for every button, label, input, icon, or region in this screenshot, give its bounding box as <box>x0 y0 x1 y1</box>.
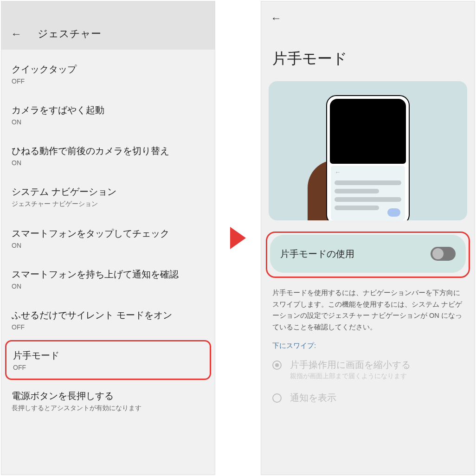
list-item[interactable]: 電源ボタンを長押しする 長押しするとアシスタントが有効になります <box>1 380 215 422</box>
list-item[interactable]: カメラをすばやく起動 ON <box>1 94 215 135</box>
item-title: ふせるだけでサイレント モードをオン <box>12 309 205 322</box>
list-item[interactable]: クイックタップ OFF <box>1 53 215 94</box>
item-title: 電源ボタンを長押しする <box>12 389 205 402</box>
one-hand-toggle-highlight: 片手モードの使用 <box>266 232 470 278</box>
list-item[interactable]: スマートフォンを持ち上げて通知を確認 ON <box>1 258 215 299</box>
item-title: クイックタップ <box>12 63 205 76</box>
app-bar: ← ジェスチャー <box>1 18 215 50</box>
option-title: 通知を表示 <box>290 392 336 404</box>
item-title: スマートフォンをタップしてチェック <box>12 227 205 240</box>
page-title: ジェスチャー <box>38 27 101 41</box>
item-title: スマートフォンを持ち上げて通知を確認 <box>12 268 205 281</box>
status-bar <box>1 1 215 18</box>
phone-icon: ← <box>326 95 410 220</box>
item-title: 片手モード <box>13 349 203 362</box>
item-title: ひねる動作で前後のカメラを切り替え <box>12 144 205 157</box>
radio-icon[interactable] <box>272 360 282 370</box>
app-bar: ← <box>261 1 475 35</box>
item-sub: ON <box>12 283 205 290</box>
option-title: 片手操作用に画面を縮小する <box>290 359 411 371</box>
item-sub: OFF <box>12 323 205 331</box>
toggle-switch[interactable] <box>431 247 456 261</box>
flow-arrow <box>226 1 250 475</box>
item-sub: ON <box>12 242 205 249</box>
back-icon[interactable]: ← <box>270 13 282 24</box>
one-hand-toggle-row[interactable]: 片手モードの使用 <box>270 235 466 273</box>
item-sub: OFF <box>12 77 205 85</box>
toggle-label: 片手モードの使用 <box>280 248 354 260</box>
gestures-screen: ← ジェスチャー クイックタップ OFF カメラをすばやく起動 ON ひねる動作… <box>1 1 215 475</box>
item-sub: ジェスチャー ナビゲーション <box>12 200 205 208</box>
item-sub: ON <box>12 118 205 126</box>
item-title: システム ナビゲーション <box>12 185 205 198</box>
list-item[interactable]: システム ナビゲーション ジェスチャー ナビゲーション <box>1 176 215 218</box>
list-item[interactable]: スマートフォンをタップしてチェック ON <box>1 218 215 258</box>
list-item[interactable]: ふせるだけでサイレント モードをオン OFF <box>1 299 215 340</box>
one-hand-mode-screen: ← 片手モード ← 片手モードの使用 片手モードを使用するには、ナビゲーショ <box>261 1 475 475</box>
radio-option-shrink[interactable]: 片手操作用に画面を縮小する 親指が画面上部まで届くようになります <box>261 353 475 386</box>
radio-icon[interactable] <box>272 393 282 403</box>
item-sub: 長押しするとアシスタントが有効になります <box>12 404 205 412</box>
back-icon[interactable]: ← <box>11 28 22 39</box>
item-title: カメラをすばやく起動 <box>12 103 205 116</box>
list-item[interactable]: ひねる動作で前後のカメラを切り替え ON <box>1 135 215 176</box>
swipe-header: 下にスワイプ: <box>261 337 475 353</box>
option-sub: 親指が画面上部まで届くようになります <box>290 372 411 380</box>
description-text: 片手モードを使用するには、ナビゲーションバーを下方向にスワイプします。この機能を… <box>261 278 475 337</box>
one-hand-mode-item[interactable]: 片手モード OFF <box>5 340 211 380</box>
item-sub: ON <box>12 159 205 167</box>
arrow-right-icon <box>230 227 246 249</box>
item-sub: OFF <box>13 364 203 371</box>
settings-list: クイックタップ OFF カメラをすばやく起動 ON ひねる動作で前後のカメラを切… <box>1 50 215 422</box>
radio-option-notify[interactable]: 通知を表示 <box>261 386 475 410</box>
hero-illustration: ← <box>269 81 467 220</box>
page-title: 片手モード <box>261 35 475 81</box>
